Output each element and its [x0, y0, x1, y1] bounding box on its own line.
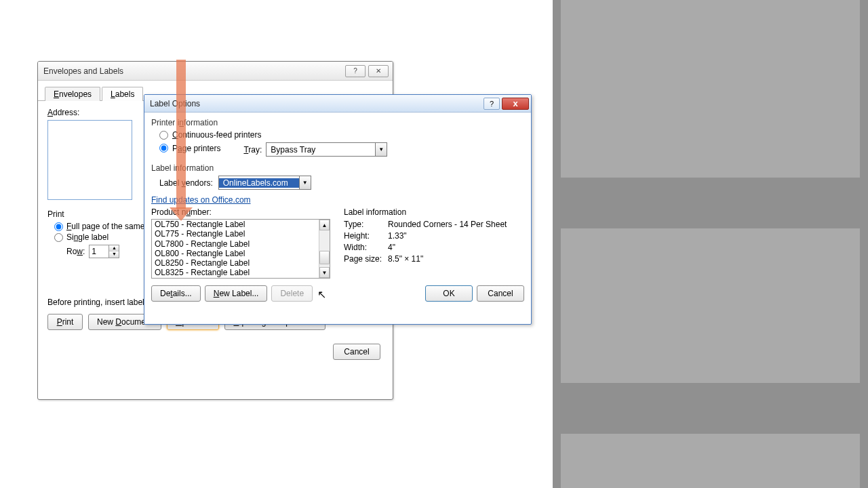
dropdown-icon[interactable]: ▼: [375, 143, 387, 156]
list-item[interactable]: OL7800 - Rectangle Label: [152, 239, 319, 249]
printer-info-label: Printer information: [151, 118, 524, 127]
row-spinner-input[interactable]: [90, 246, 108, 257]
radio-continuous-feed[interactable]: Continuous-feed printers: [159, 130, 524, 140]
product-list-items: OL750 - Rectangle Label OL775 - Rectangl…: [152, 220, 319, 278]
radio-page-printers[interactable]: Page printers: [159, 144, 220, 153]
delete-button: Delete: [271, 285, 313, 302]
address-textarea[interactable]: [47, 120, 132, 200]
print-button[interactable]: Print: [47, 314, 83, 330]
dropdown-icon[interactable]: ▼: [299, 176, 311, 189]
vendors-label: Label vendors:: [159, 178, 213, 188]
list-item[interactable]: OL800 - Rectangle Label: [152, 249, 319, 258]
cancel-row: Cancel: [47, 344, 383, 360]
label-info-label: Label information: [151, 163, 524, 173]
spin-up-icon[interactable]: ▲: [109, 245, 119, 251]
label-info-column: Label information Type: Rounded Corners …: [344, 207, 524, 279]
label-info-grid: Type: Rounded Corners - 14 Per Sheet Hei…: [344, 220, 524, 264]
help-button[interactable]: ?: [484, 98, 500, 110]
dialog-title: Envelopes and Labels: [43, 66, 342, 76]
titlebar[interactable]: Envelopes and Labels ? ✕: [38, 62, 393, 81]
pagesize-value: 8.5" × 11": [388, 254, 524, 264]
background-gap: [561, 383, 860, 434]
width-value: 4": [388, 243, 524, 252]
row-label: Row:: [66, 247, 85, 256]
radio-continuous-input[interactable]: [159, 131, 168, 140]
titlebar[interactable]: Label Options ? х: [144, 95, 531, 113]
type-label: Type:: [344, 220, 388, 229]
radio-label: Single label: [66, 232, 108, 242]
dialog-body: Printer information Continuous-feed prin…: [144, 113, 531, 308]
tray-label: Tray:: [243, 145, 262, 155]
spin-buttons: ▲ ▼: [108, 245, 119, 258]
background-gap: [561, 178, 860, 228]
dialog-title: Label Options: [150, 99, 484, 108]
radio-full-page-input[interactable]: [54, 222, 63, 231]
cancel-button[interactable]: Cancel: [477, 285, 524, 302]
close-button[interactable]: ✕: [368, 65, 389, 77]
label-info-header: Label information: [344, 207, 524, 217]
tab-labels[interactable]: Labels: [102, 87, 143, 101]
tray-value: Bypass Tray: [267, 145, 375, 155]
scroll-up-icon[interactable]: ▲: [319, 220, 330, 230]
height-value: 1.33": [388, 231, 524, 241]
product-listbox[interactable]: OL750 - Rectangle Label OL775 - Rectangl…: [151, 219, 330, 279]
annotation-arrow-icon: [176, 60, 186, 209]
tab-label: Envelopes: [54, 89, 92, 99]
scroll-down-icon[interactable]: ▼: [319, 267, 330, 278]
list-item[interactable]: OL8325 - Rectangle Label: [152, 268, 319, 277]
button-row: Details... New Label... Delete OK Cancel: [151, 285, 524, 302]
spin-down-icon[interactable]: ▼: [109, 251, 119, 258]
list-item[interactable]: OL750 - Rectangle Label: [152, 220, 319, 229]
help-button[interactable]: ?: [345, 65, 366, 77]
row-spinner[interactable]: ▲ ▼: [89, 245, 119, 258]
type-value: Rounded Corners - 14 Per Sheet: [388, 220, 524, 229]
vendors-value: OnlineLabels.com: [219, 178, 299, 188]
list-item[interactable]: OL8250 - Rectangle Label: [152, 258, 319, 268]
tab-label: Labels: [111, 89, 134, 99]
new-label-button[interactable]: New Label...: [205, 285, 268, 302]
tab-envelopes[interactable]: Envelopes: [45, 87, 100, 101]
find-updates-link[interactable]: Find updates on Office.com: [151, 195, 251, 205]
radio-page-input[interactable]: [159, 144, 168, 152]
height-label: Height:: [344, 231, 388, 241]
label-options-dialog: Label Options ? х Printer information Co…: [144, 94, 532, 325]
scroll-thumb[interactable]: [319, 251, 330, 264]
scroll-track[interactable]: [319, 230, 330, 267]
scrollbar[interactable]: ▲ ▼: [319, 220, 330, 278]
tray-select[interactable]: Bypass Tray ▼: [266, 142, 387, 157]
list-item[interactable]: OL775 - Rectangle Label: [152, 229, 319, 239]
cancel-button[interactable]: Cancel: [333, 344, 380, 360]
radio-single-label-input[interactable]: [54, 233, 63, 242]
width-label: Width:: [344, 243, 388, 252]
close-button[interactable]: х: [502, 98, 529, 110]
details-button[interactable]: Details...: [151, 285, 201, 302]
ok-button[interactable]: OK: [425, 285, 473, 302]
pagesize-label: Page size:: [344, 254, 388, 264]
vendors-select[interactable]: OnlineLabels.com ▼: [218, 176, 311, 190]
background-panel: [553, 0, 868, 488]
